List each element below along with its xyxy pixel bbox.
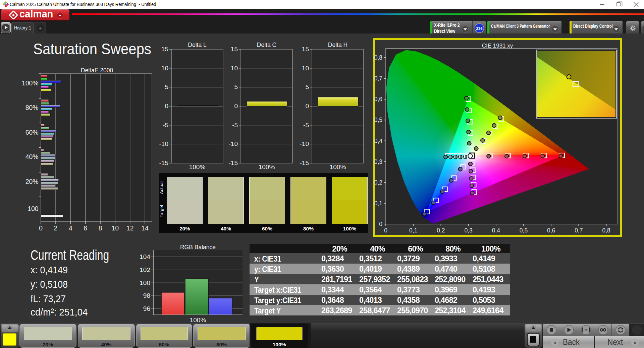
svg-text:-5: -5 bbox=[163, 122, 168, 129]
svg-text:RGB Balance: RGB Balance bbox=[180, 244, 216, 251]
svg-text:15: 15 bbox=[161, 46, 168, 53]
svg-text:5: 5 bbox=[165, 83, 168, 90]
svg-text:96: 96 bbox=[143, 305, 150, 312]
svg-text:10: 10 bbox=[231, 65, 238, 72]
svg-text:104: 104 bbox=[140, 253, 150, 260]
svg-text:«: « bbox=[553, 339, 556, 346]
svg-text:0: 0 bbox=[379, 221, 382, 227]
svg-text:0,4: 0,4 bbox=[374, 138, 383, 144]
svg-text:12: 12 bbox=[126, 224, 134, 232]
svg-text:60%: 60% bbox=[25, 129, 39, 136]
svg-text:80%: 80% bbox=[25, 104, 39, 111]
svg-text:0: 0 bbox=[384, 227, 387, 234]
svg-text:-5: -5 bbox=[303, 122, 309, 129]
svg-text:0,2: 0,2 bbox=[374, 179, 382, 186]
svg-text:236: 236 bbox=[476, 26, 482, 30]
svg-text:14: 14 bbox=[141, 224, 149, 232]
svg-text:100: 100 bbox=[28, 205, 39, 212]
svg-text:102: 102 bbox=[140, 266, 150, 273]
svg-text:0,6: 0,6 bbox=[547, 227, 555, 234]
svg-text:-10: -10 bbox=[300, 140, 309, 147]
svg-text:15: 15 bbox=[302, 46, 309, 53]
svg-text:0,6: 0,6 bbox=[374, 96, 382, 102]
svg-text:15: 15 bbox=[231, 46, 238, 53]
svg-text:100: 100 bbox=[140, 279, 150, 286]
svg-text:0,3: 0,3 bbox=[464, 227, 472, 234]
svg-text:0,5: 0,5 bbox=[520, 227, 528, 234]
svg-text:100%: 100% bbox=[330, 163, 346, 170]
svg-text:2: 2 bbox=[54, 224, 58, 232]
svg-text:-10: -10 bbox=[159, 140, 168, 147]
svg-text:0,1: 0,1 bbox=[374, 200, 382, 207]
svg-text:100%: 100% bbox=[190, 317, 206, 323]
svg-text:DeltaE 2000: DeltaE 2000 bbox=[81, 67, 113, 74]
svg-text:»: » bbox=[633, 339, 636, 346]
svg-text:4: 4 bbox=[69, 224, 72, 232]
svg-text:0: 0 bbox=[165, 102, 168, 110]
svg-text:5: 5 bbox=[234, 83, 238, 90]
svg-text:10: 10 bbox=[302, 65, 309, 72]
svg-text:100%: 100% bbox=[259, 163, 275, 170]
svg-text:0,7: 0,7 bbox=[374, 75, 382, 82]
svg-text:40%: 40% bbox=[25, 153, 39, 160]
svg-text:0,8: 0,8 bbox=[602, 227, 610, 234]
svg-text:0,2: 0,2 bbox=[437, 227, 445, 234]
svg-text:6: 6 bbox=[84, 224, 87, 232]
svg-text:-5: -5 bbox=[232, 122, 238, 129]
svg-text:0,4: 0,4 bbox=[492, 227, 500, 234]
svg-text:0: 0 bbox=[234, 102, 238, 110]
svg-text:0: 0 bbox=[39, 224, 43, 232]
svg-text:20%: 20% bbox=[25, 178, 39, 185]
svg-text:-15: -15 bbox=[300, 159, 309, 166]
svg-text:10: 10 bbox=[111, 224, 119, 232]
svg-text:0: 0 bbox=[305, 102, 309, 110]
svg-text:0,1: 0,1 bbox=[409, 227, 417, 234]
svg-text:-15: -15 bbox=[159, 159, 168, 166]
svg-text:0,5: 0,5 bbox=[374, 117, 382, 123]
svg-text:8: 8 bbox=[99, 224, 102, 232]
svg-text:Delta C: Delta C bbox=[257, 42, 276, 48]
svg-text:0,8: 0,8 bbox=[374, 54, 382, 61]
svg-text:100%: 100% bbox=[189, 163, 206, 170]
svg-text:Delta H: Delta H bbox=[328, 42, 347, 48]
svg-text:0,7: 0,7 bbox=[575, 227, 583, 234]
svg-text:5: 5 bbox=[305, 83, 309, 90]
svg-text:0,3: 0,3 bbox=[374, 158, 382, 165]
svg-text:100%: 100% bbox=[22, 79, 39, 87]
svg-text:-10: -10 bbox=[229, 140, 238, 147]
svg-text:-15: -15 bbox=[229, 159, 238, 166]
svg-text:CIE 1931 xy: CIE 1931 xy bbox=[482, 43, 513, 49]
svg-text:10: 10 bbox=[161, 65, 168, 72]
svg-text:Delta L: Delta L bbox=[188, 42, 207, 48]
svg-text:98: 98 bbox=[143, 292, 150, 299]
svg-text:+: + bbox=[39, 25, 42, 31]
